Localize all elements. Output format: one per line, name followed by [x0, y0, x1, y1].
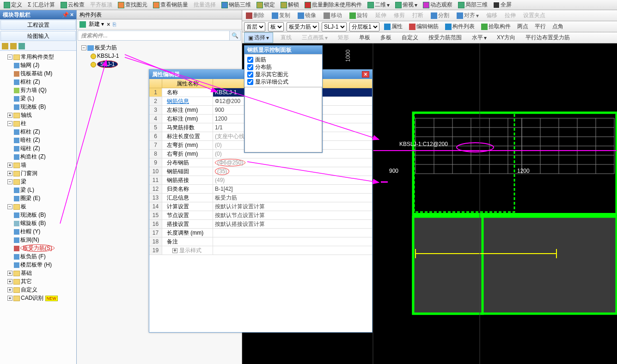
prop-value[interactable]: [213, 246, 372, 255]
tb4-single[interactable]: 单板: [356, 33, 373, 42]
prop-row-14[interactable]: 14计算设置按默认计算设置计算: [149, 202, 372, 211]
chk-formula-input[interactable]: [247, 79, 253, 85]
prop-value[interactable]: [213, 237, 372, 246]
tree-slab4[interactable]: 板洞(N): [14, 236, 75, 244]
tb4-custom[interactable]: 自定义: [399, 33, 421, 42]
tb1-rebar3d[interactable]: 钢筋三维: [220, 0, 253, 9]
tree-slab2[interactable]: 螺旋板 (B): [14, 219, 75, 227]
tb1-2d[interactable]: 二维 ▾: [366, 0, 391, 9]
tree-col-end[interactable]: 端柱 (Z): [14, 144, 75, 152]
tb4-rect[interactable]: 矩形: [335, 33, 352, 42]
tree-other[interactable]: +其它: [7, 277, 75, 285]
tb4-horz[interactable]: 水平 ▾: [469, 33, 489, 42]
prop-value[interactable]: 板受力筋: [213, 194, 372, 202]
tree-custom[interactable]: +自定义: [7, 285, 75, 294]
new-icon[interactable]: [79, 21, 86, 28]
tree-col-cat[interactable]: −柱 框柱 (Z) 暗柱 (Z) 端柱 (Z) 构造柱 (Z): [7, 119, 75, 161]
prop-row-15[interactable]: 15节点设置按默认节点设置计算: [149, 211, 372, 220]
tb2-split[interactable]: 分割: [429, 11, 451, 20]
expand-icon[interactable]: +: [7, 279, 12, 284]
expand-icon[interactable]: −: [7, 179, 12, 184]
nav-tab-draw[interactable]: 绘图输入: [0, 31, 76, 41]
prop-row-16[interactable]: 16搭接设置按默认搭接设置计算: [149, 220, 372, 229]
tb4-select[interactable]: ▣ 选择 ▾: [244, 32, 273, 43]
tb3-editrebar[interactable]: 编辑钢筋: [407, 22, 440, 31]
tb2-rotate[interactable]: 旋转: [348, 11, 370, 20]
expand-icon[interactable]: −: [81, 45, 86, 50]
tb1-top[interactable]: 俯视 ▾: [393, 0, 419, 9]
expand-icon[interactable]: +: [172, 248, 177, 253]
tree-found[interactable]: +基础: [7, 269, 75, 277]
tb1-local3d[interactable]: 局部三维: [456, 0, 489, 9]
tb3-ptangle[interactable]: 点角: [550, 22, 565, 31]
tree-axis-cat[interactable]: +轴线: [7, 111, 75, 119]
prop-value[interactable]: (35): [213, 167, 372, 176]
nav-tab-project[interactable]: 工程设置: [0, 20, 76, 30]
prop-row-10[interactable]: 10钢筋锚固(35): [149, 167, 372, 176]
tree-beam1[interactable]: 梁 (L): [14, 186, 75, 194]
tb2-del[interactable]: 删除: [244, 11, 266, 20]
close-button[interactable]: ×: [362, 71, 369, 78]
prop-row-17[interactable]: 17长度调整 (mm): [149, 229, 372, 237]
tb1-batch-del[interactable]: 批量删除未使用构件: [303, 0, 364, 9]
tb4-arc[interactable]: 三点画弧 ▾: [299, 33, 330, 42]
tb1-unlock[interactable]: 解锁: [279, 0, 301, 9]
chk-top-input[interactable]: [247, 57, 253, 63]
prop-value[interactable]: 按默认搭接设置计算: [213, 220, 372, 228]
tree-common[interactable]: −常用构件类型 轴网 (J) 筏板基础 (M) 框柱 (Z) 剪力墙 (Q) 梁…: [7, 53, 75, 111]
tree-item-shearwall[interactable]: 剪力墙 (Q): [14, 86, 75, 94]
tb4-paredge[interactable]: 平行边布置受力筋: [523, 33, 573, 42]
prop-value[interactable]: (49): [213, 176, 372, 184]
tb2-offset[interactable]: 偏移: [484, 11, 499, 20]
expand-icon[interactable]: +: [7, 271, 12, 276]
expand-icon[interactable]: −: [7, 55, 12, 60]
tree-item-raft[interactable]: 筏板基础 (M): [14, 69, 75, 78]
tb1-lock[interactable]: 锁定: [255, 0, 277, 9]
prop-value[interactable]: B-1[42]: [213, 185, 372, 193]
tb3-complist[interactable]: 构件列表: [443, 22, 476, 31]
tree-item-beam[interactable]: 梁 (L): [14, 94, 75, 103]
tb2-stretch[interactable]: 拉伸: [503, 11, 518, 20]
tree-col-struct[interactable]: 构造柱 (Z): [14, 152, 75, 161]
tree-col-hidden[interactable]: 暗柱 (Z): [14, 136, 75, 144]
comp-item-1[interactable]: KBSLJ-1: [91, 52, 237, 60]
category-select[interactable]: 板: [268, 22, 284, 31]
component-select[interactable]: SLJ-1: [322, 22, 347, 31]
tree-slab1[interactable]: 现浇板 (B): [14, 211, 75, 219]
subcat-select[interactable]: 板受力筋: [287, 22, 319, 31]
tb2-align[interactable]: 对齐 ▾: [455, 11, 481, 20]
prop-row-12[interactable]: 12归类名称B-1[42]: [149, 185, 372, 194]
tb2-extend[interactable]: 延伸: [373, 11, 388, 20]
tree-col-frame[interactable]: 框柱 (Z): [14, 127, 75, 136]
tb1-fullscreen[interactable]: 全屏: [491, 0, 513, 9]
expand-all-icon[interactable]: [2, 43, 8, 49]
tree-slab-neg[interactable]: 板负筋 (F): [14, 252, 75, 261]
prop-row-18[interactable]: 18备注: [149, 237, 372, 246]
tree-item-slab[interactable]: 现浇板 (B): [14, 103, 75, 111]
tb2-move[interactable]: 移动: [322, 11, 344, 20]
new-button[interactable]: 新建 ▾: [89, 20, 104, 28]
tb4-line[interactable]: 直线: [278, 33, 294, 42]
tree-slab-cat[interactable]: −板 现浇板 (B) 螺旋板 (B) 柱帽 (Y) 板洞(N) 板受力筋(S) …: [7, 202, 75, 269]
collapse-all-icon[interactable]: [10, 43, 17, 49]
comp-root[interactable]: 板受力筋: [95, 44, 117, 51]
refresh-icon[interactable]: [18, 43, 25, 49]
prop-row-11[interactable]: 11钢筋搭接(49): [149, 176, 372, 185]
tb1-find[interactable]: 查找图元: [116, 0, 149, 9]
tb3-prop[interactable]: 属性: [382, 22, 404, 31]
tree-slab3[interactable]: 柱帽 (Y): [14, 227, 75, 236]
expand-icon[interactable]: +: [7, 113, 12, 118]
chk-top[interactable]: 面筋: [247, 56, 319, 63]
tree-cad[interactable]: +CAD识别 NEW: [7, 294, 75, 303]
delete-button[interactable]: ×: [107, 21, 110, 28]
tree-beam2[interactable]: 圈梁 (E): [14, 194, 75, 202]
search-button[interactable]: 🔍: [230, 30, 241, 41]
chk-formula[interactable]: 显示详细公式: [247, 78, 319, 85]
tb3-twopoint[interactable]: 两点: [515, 22, 530, 31]
tb2-mirror[interactable]: 镜像: [296, 11, 318, 20]
expand-icon[interactable]: −: [7, 121, 12, 126]
tb3-pick[interactable]: 拾取构件: [479, 22, 513, 31]
prop-value[interactable]: 按默认节点设置计算: [213, 211, 372, 219]
prop-value[interactable]: 按默认计算设置计算: [213, 202, 372, 211]
chk-other-input[interactable]: [247, 72, 253, 78]
